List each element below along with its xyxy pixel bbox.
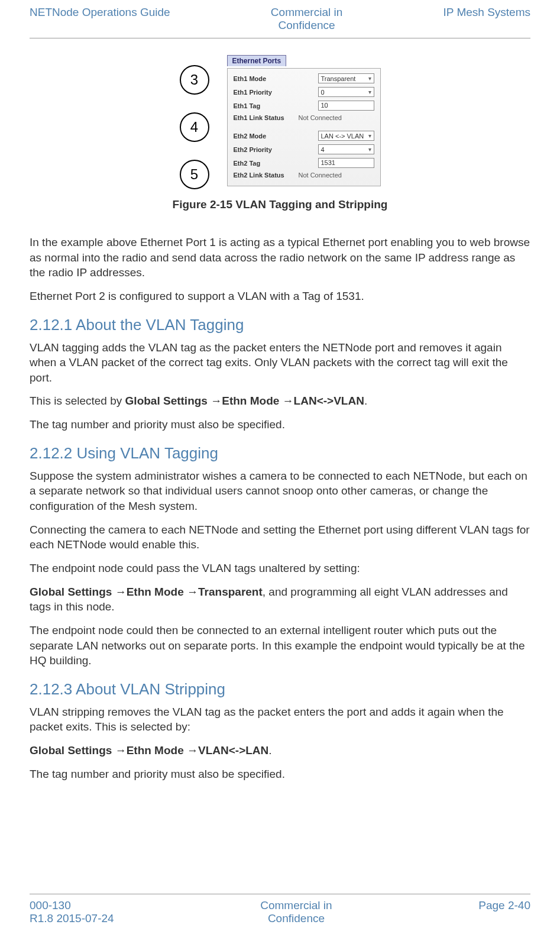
arrow-right-icon: →: [115, 586, 127, 598]
paragraph: The endpoint node could pass the VLAN ta…: [30, 561, 530, 576]
footer-center: Commercial in Confidence: [260, 899, 332, 925]
paragraph: This is selected by Global Settings →Eth…: [30, 393, 530, 409]
arrow-right-icon: →: [283, 395, 294, 407]
eth2-mode-label: Eth2 Mode: [234, 132, 293, 140]
doc-revision-date: R1.8 2015-07-24: [30, 912, 114, 925]
eth2-priority-select[interactable]: 4▾: [318, 144, 374, 154]
header-center: Commercial in Confidence: [271, 6, 342, 32]
figure-caption: Figure 2-15 VLAN Tagging and Stripping: [30, 198, 530, 211]
paragraph: Ethernet Port 2 is configured to support…: [30, 289, 530, 304]
paragraph: Suppose the system administrator wishes …: [30, 468, 530, 514]
paragraph: In the example above Ethernet Port 1 is …: [30, 235, 530, 280]
figure-vlan-tagging: 3 4 5 Ethernet Ports Eth1 Mode Transpare…: [180, 56, 381, 189]
footer-left: 000-130 R1.8 2015-07-24: [30, 899, 114, 925]
arrow-right-icon: →: [187, 744, 198, 757]
page-header: NETNode Operations Guide Commercial in C…: [30, 0, 530, 38]
chevron-down-icon: ▾: [368, 89, 371, 95]
paragraph: VLAN tagging adds the VLAN tag as the pa…: [30, 340, 530, 386]
ethernet-ports-tab: Ethernet Ports: [227, 55, 287, 66]
paragraph: Global Settings →Ethn Mode →Transparent,…: [30, 584, 530, 615]
eth1-tag-label: Eth1 Tag: [234, 102, 293, 109]
chevron-down-icon: ▾: [368, 132, 371, 139]
arrow-right-icon: →: [115, 744, 127, 757]
callout-circles: 3 4 5: [180, 56, 209, 189]
heading-about-vlan-tagging: 2.12.1 About the VLAN Tagging: [30, 316, 530, 334]
doc-number: 000-130: [30, 899, 114, 912]
paragraph: The endpoint node could then be connecte…: [30, 623, 530, 668]
eth1-mode-select[interactable]: Transparent▾: [318, 73, 374, 83]
arrow-right-icon: →: [187, 586, 198, 598]
eth2-mode-select[interactable]: LAN <-> VLAN▾: [318, 131, 374, 141]
eth1-priority-select[interactable]: 0▾: [318, 87, 374, 97]
paragraph: The tag number and priority must also be…: [30, 417, 530, 432]
chevron-down-icon: ▾: [368, 75, 371, 82]
eth2-priority-label: Eth2 Priority: [234, 146, 293, 153]
header-right: IP Mesh Systems: [444, 6, 530, 19]
callout-4: 4: [180, 112, 209, 142]
body-content: In the example above Ethernet Port 1 is …: [30, 235, 530, 781]
footer-right: Page 2-40: [478, 899, 530, 912]
eth1-priority-label: Eth1 Priority: [234, 89, 293, 96]
eth2-tag-label: Eth2 Tag: [234, 160, 293, 167]
paragraph: The tag number and priority must also be…: [30, 767, 530, 782]
figure-wrap: 3 4 5 Ethernet Ports Eth1 Mode Transpare…: [30, 56, 530, 189]
page-footer: 000-130 R1.8 2015-07-24 Commercial in Co…: [30, 894, 530, 925]
ethernet-ports-panel: Eth1 Mode Transparent▾ Eth1 Priority 0▾ …: [227, 68, 381, 186]
header-left: NETNode Operations Guide: [30, 6, 170, 19]
eth2-link-status-label: Eth2 Link Status: [234, 172, 293, 179]
paragraph: Global Settings →Ethn Mode →VLAN<->LAN.: [30, 743, 530, 758]
heading-using-vlan-tagging: 2.12.2 Using VLAN Tagging: [30, 444, 530, 463]
page-number: Page 2-40: [478, 899, 530, 912]
eth1-link-status-value: Not Connected: [293, 114, 374, 121]
paragraph: Connecting the camera to each NETNode an…: [30, 522, 530, 552]
eth2-link-status-value: Not Connected: [293, 172, 374, 179]
header-center-line2: Confidence: [271, 19, 342, 32]
arrow-right-icon: →: [211, 395, 222, 407]
chevron-down-icon: ▾: [368, 146, 371, 153]
callout-3: 3: [180, 65, 209, 95]
header-center-line1: Commercial in: [271, 6, 342, 19]
heading-about-vlan-stripping: 2.12.3 About VLAN Stripping: [30, 680, 530, 699]
eth2-tag-input[interactable]: 1531: [318, 158, 374, 168]
eth1-link-status-label: Eth1 Link Status: [234, 114, 293, 121]
paragraph: VLAN stripping removes the VLAN tag as t…: [30, 704, 530, 735]
eth1-tag-input[interactable]: 10: [318, 101, 374, 111]
eth1-mode-label: Eth1 Mode: [234, 75, 293, 82]
callout-5: 5: [180, 160, 209, 189]
